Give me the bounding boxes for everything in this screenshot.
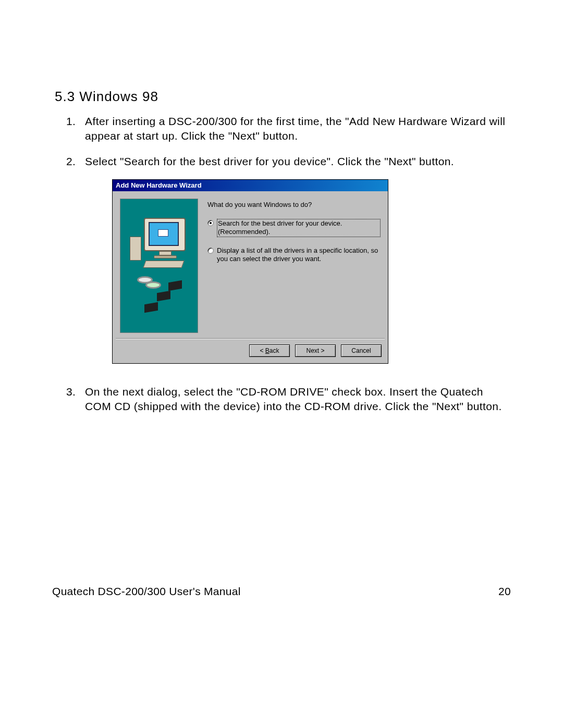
step-1: 1. After inserting a DSC-200/300 for the… — [55, 114, 511, 144]
dialog-prompt: What do you want Windows to do? — [207, 201, 381, 208]
wizard-illustration — [120, 199, 198, 333]
radio-option-list[interactable]: Display a list of all the drivers in a s… — [207, 246, 381, 264]
next-button[interactable]: Next > — [295, 344, 336, 357]
step-number: 3. — [55, 385, 85, 399]
radio-option-search[interactable]: Search for the best driver for your devi… — [207, 219, 381, 237]
step-text: After inserting a DSC-200/300 for the fi… — [85, 114, 511, 144]
step-text: Select "Search for the best driver for y… — [85, 154, 511, 169]
footer-left: Quatech DSC-200/300 User's Manual — [52, 585, 241, 598]
step-number: 1. — [55, 114, 85, 129]
back-button[interactable]: < Back — [249, 344, 290, 357]
radio-button-icon — [207, 220, 214, 226]
step-number: 2. — [55, 154, 85, 169]
section-heading: 5.3 Windows 98 — [55, 89, 511, 105]
step-3: 3. On the next dialog, select the "CD-RO… — [55, 385, 511, 414]
radio-label: Search for the best driver for your devi… — [217, 219, 381, 237]
page-footer: Quatech DSC-200/300 User's Manual 20 — [52, 585, 511, 598]
wizard-dialog: Add New Hardware Wizard — [112, 179, 388, 364]
radio-button-icon — [207, 248, 214, 254]
dialog-titlebar: Add New Hardware Wizard — [113, 180, 388, 191]
radio-label: Display a list of all the drivers in a s… — [217, 246, 381, 264]
step-2: 2. Select "Search for the best driver fo… — [55, 154, 511, 169]
cancel-button[interactable]: Cancel — [341, 344, 382, 357]
footer-page-number: 20 — [498, 585, 511, 598]
step-text: On the next dialog, select the "CD-ROM D… — [85, 385, 511, 414]
